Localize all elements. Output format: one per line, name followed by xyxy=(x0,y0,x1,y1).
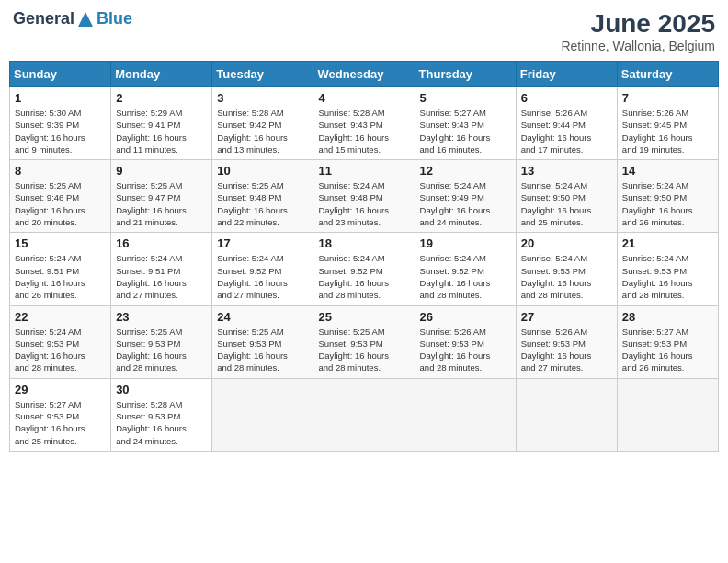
table-row: 9Sunrise: 5:25 AM Sunset: 9:47 PM Daylig… xyxy=(111,160,212,233)
day-info: Sunrise: 5:25 AM Sunset: 9:53 PM Dayligh… xyxy=(217,326,308,374)
table-row: 20Sunrise: 5:24 AM Sunset: 9:53 PM Dayli… xyxy=(516,233,617,305)
table-row: 14Sunrise: 5:24 AM Sunset: 9:50 PM Dayli… xyxy=(617,160,718,233)
day-number: 5 xyxy=(420,91,511,105)
calendar-week-4: 22Sunrise: 5:24 AM Sunset: 9:53 PM Dayli… xyxy=(10,305,719,378)
calendar-week-5: 29Sunrise: 5:27 AM Sunset: 9:53 PM Dayli… xyxy=(10,378,719,451)
day-number: 9 xyxy=(116,164,207,178)
day-info: Sunrise: 5:26 AM Sunset: 9:45 PM Dayligh… xyxy=(622,107,713,155)
day-info: Sunrise: 5:24 AM Sunset: 9:52 PM Dayligh… xyxy=(420,252,511,301)
day-number: 20 xyxy=(521,236,612,250)
table-row: 24Sunrise: 5:25 AM Sunset: 9:53 PM Dayli… xyxy=(212,305,313,378)
day-number: 18 xyxy=(318,236,409,250)
table-row: 15Sunrise: 5:24 AM Sunset: 9:51 PM Dayli… xyxy=(10,233,111,305)
table-row: 13Sunrise: 5:24 AM Sunset: 9:50 PM Dayli… xyxy=(516,160,617,233)
table-row: 2Sunrise: 5:29 AM Sunset: 9:41 PM Daylig… xyxy=(111,87,212,160)
day-info: Sunrise: 5:26 AM Sunset: 9:44 PM Dayligh… xyxy=(521,107,612,155)
col-wednesday: Wednesday xyxy=(313,62,415,87)
table-row: 10Sunrise: 5:25 AM Sunset: 9:48 PM Dayli… xyxy=(212,160,313,233)
day-number: 11 xyxy=(318,164,409,178)
table-row xyxy=(415,378,516,451)
day-info: Sunrise: 5:24 AM Sunset: 9:51 PM Dayligh… xyxy=(116,252,207,301)
day-number: 2 xyxy=(116,91,207,105)
table-row: 8Sunrise: 5:25 AM Sunset: 9:46 PM Daylig… xyxy=(10,160,111,233)
day-info: Sunrise: 5:24 AM Sunset: 9:52 PM Dayligh… xyxy=(318,252,409,301)
table-row xyxy=(212,378,313,451)
page-header: General Blue June 2025 Retinne, Wallonia… xyxy=(9,9,719,53)
day-number: 19 xyxy=(420,236,511,250)
table-row: 28Sunrise: 5:27 AM Sunset: 9:53 PM Dayli… xyxy=(617,305,718,378)
col-saturday: Saturday xyxy=(617,62,718,87)
calendar-week-3: 15Sunrise: 5:24 AM Sunset: 9:51 PM Dayli… xyxy=(10,233,719,305)
day-info: Sunrise: 5:25 AM Sunset: 9:47 PM Dayligh… xyxy=(116,179,207,228)
day-number: 21 xyxy=(622,236,713,250)
day-info: Sunrise: 5:24 AM Sunset: 9:53 PM Dayligh… xyxy=(15,326,106,374)
day-number: 4 xyxy=(318,91,409,105)
calendar-header-row: Sunday Monday Tuesday Wednesday Thursday… xyxy=(10,62,719,87)
day-info: Sunrise: 5:26 AM Sunset: 9:53 PM Dayligh… xyxy=(521,326,612,374)
day-number: 14 xyxy=(622,164,713,178)
day-number: 6 xyxy=(521,91,612,105)
table-row: 21Sunrise: 5:24 AM Sunset: 9:53 PM Dayli… xyxy=(617,233,718,305)
day-number: 28 xyxy=(622,310,713,324)
day-number: 24 xyxy=(217,310,308,324)
calendar-week-2: 8Sunrise: 5:25 AM Sunset: 9:46 PM Daylig… xyxy=(10,160,719,233)
logo-general: General xyxy=(13,9,74,29)
day-number: 15 xyxy=(15,236,106,250)
day-info: Sunrise: 5:27 AM Sunset: 9:53 PM Dayligh… xyxy=(15,398,106,447)
col-friday: Friday xyxy=(516,62,617,87)
day-info: Sunrise: 5:24 AM Sunset: 9:53 PM Dayligh… xyxy=(622,252,713,301)
day-number: 22 xyxy=(15,310,106,324)
day-info: Sunrise: 5:28 AM Sunset: 9:42 PM Dayligh… xyxy=(217,107,308,155)
calendar-table: Sunday Monday Tuesday Wednesday Thursday… xyxy=(9,61,719,452)
table-row: 17Sunrise: 5:24 AM Sunset: 9:52 PM Dayli… xyxy=(212,233,313,305)
day-info: Sunrise: 5:29 AM Sunset: 9:41 PM Dayligh… xyxy=(116,107,207,155)
col-sunday: Sunday xyxy=(10,62,111,87)
day-info: Sunrise: 5:24 AM Sunset: 9:50 PM Dayligh… xyxy=(622,179,713,228)
day-number: 3 xyxy=(217,91,308,105)
day-number: 7 xyxy=(622,91,713,105)
table-row xyxy=(313,378,415,451)
day-number: 13 xyxy=(521,164,612,178)
day-number: 29 xyxy=(15,383,106,396)
day-info: Sunrise: 5:27 AM Sunset: 9:53 PM Dayligh… xyxy=(622,326,713,374)
day-info: Sunrise: 5:25 AM Sunset: 9:48 PM Dayligh… xyxy=(217,179,308,228)
day-number: 25 xyxy=(318,310,409,324)
month-year-title: June 2025 xyxy=(561,9,715,39)
day-info: Sunrise: 5:25 AM Sunset: 9:53 PM Dayligh… xyxy=(116,326,207,374)
table-row: 16Sunrise: 5:24 AM Sunset: 9:51 PM Dayli… xyxy=(111,233,212,305)
table-row xyxy=(617,378,718,451)
table-row: 27Sunrise: 5:26 AM Sunset: 9:53 PM Dayli… xyxy=(516,305,617,378)
day-info: Sunrise: 5:24 AM Sunset: 9:48 PM Dayligh… xyxy=(318,179,409,228)
col-tuesday: Tuesday xyxy=(212,62,313,87)
table-row: 4Sunrise: 5:28 AM Sunset: 9:43 PM Daylig… xyxy=(313,87,415,160)
table-row: 3Sunrise: 5:28 AM Sunset: 9:42 PM Daylig… xyxy=(212,87,313,160)
table-row: 29Sunrise: 5:27 AM Sunset: 9:53 PM Dayli… xyxy=(10,378,111,451)
table-row: 6Sunrise: 5:26 AM Sunset: 9:44 PM Daylig… xyxy=(516,87,617,160)
day-number: 10 xyxy=(217,164,308,178)
day-info: Sunrise: 5:30 AM Sunset: 9:39 PM Dayligh… xyxy=(15,107,106,155)
day-info: Sunrise: 5:28 AM Sunset: 9:43 PM Dayligh… xyxy=(318,107,409,155)
day-info: Sunrise: 5:24 AM Sunset: 9:49 PM Dayligh… xyxy=(420,179,511,228)
svg-marker-0 xyxy=(78,12,93,27)
col-monday: Monday xyxy=(111,62,212,87)
day-number: 16 xyxy=(116,236,207,250)
table-row: 18Sunrise: 5:24 AM Sunset: 9:52 PM Dayli… xyxy=(313,233,415,305)
col-thursday: Thursday xyxy=(415,62,516,87)
logo-icon xyxy=(76,10,95,29)
table-row: 22Sunrise: 5:24 AM Sunset: 9:53 PM Dayli… xyxy=(10,305,111,378)
table-row: 19Sunrise: 5:24 AM Sunset: 9:52 PM Dayli… xyxy=(415,233,516,305)
day-number: 27 xyxy=(521,310,612,324)
day-number: 23 xyxy=(116,310,207,324)
table-row xyxy=(516,378,617,451)
table-row: 25Sunrise: 5:25 AM Sunset: 9:53 PM Dayli… xyxy=(313,305,415,378)
day-number: 26 xyxy=(420,310,511,324)
day-info: Sunrise: 5:24 AM Sunset: 9:52 PM Dayligh… xyxy=(217,252,308,301)
table-row: 11Sunrise: 5:24 AM Sunset: 9:48 PM Dayli… xyxy=(313,160,415,233)
table-row: 26Sunrise: 5:26 AM Sunset: 9:53 PM Dayli… xyxy=(415,305,516,378)
location-subtitle: Retinne, Wallonia, Belgium xyxy=(561,39,715,53)
table-row: 1Sunrise: 5:30 AM Sunset: 9:39 PM Daylig… xyxy=(10,87,111,160)
table-row: 5Sunrise: 5:27 AM Sunset: 9:43 PM Daylig… xyxy=(415,87,516,160)
day-info: Sunrise: 5:24 AM Sunset: 9:50 PM Dayligh… xyxy=(521,179,612,228)
logo-blue: Blue xyxy=(97,9,132,29)
day-info: Sunrise: 5:27 AM Sunset: 9:43 PM Dayligh… xyxy=(420,107,511,155)
